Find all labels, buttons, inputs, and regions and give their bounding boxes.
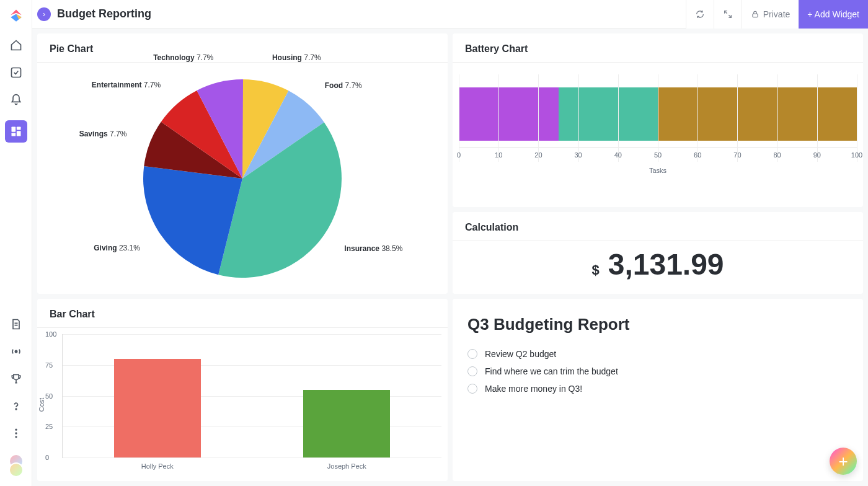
card-title: Battery Chart — [453, 33, 863, 63]
pie-label: Insurance 38.5% — [344, 244, 402, 253]
bar — [303, 390, 390, 457]
svg-point-6 — [16, 409, 17, 410]
bar — [114, 359, 201, 457]
dashboard-grid: Pie Chart Housing 7.7%Food 7.7%Insurance… — [32, 29, 868, 486]
bell-icon[interactable] — [9, 93, 23, 107]
bar-label: Joseph Peck — [327, 462, 366, 470]
battery-axis: 0102030405060708090100 — [459, 147, 857, 162]
pie-chart-card: Pie Chart Housing 7.7%Food 7.7%Insurance… — [37, 33, 448, 294]
calc-number: 3,131.99 — [608, 247, 724, 281]
calculation-card: Calculation $ 3,131.99 — [453, 212, 863, 294]
topbar-actions: Private + Add Widget — [686, 0, 868, 29]
battery-chart-card: Battery Chart 0102030405060708090100Task… — [453, 33, 863, 207]
add-widget-button[interactable]: + Add Widget — [799, 0, 868, 29]
battery-segment — [559, 87, 658, 141]
axis-tick: 100 — [851, 151, 862, 159]
card-title: Calculation — [453, 212, 863, 241]
dashboard-icon[interactable] — [5, 120, 27, 143]
axis-tick: 75 — [45, 361, 53, 369]
axis-tick: 50 — [45, 392, 53, 400]
calc-currency: $ — [591, 262, 599, 278]
axis-tick: 40 — [614, 151, 622, 159]
axis-tick: 80 — [773, 151, 781, 159]
expand-button[interactable] — [714, 0, 742, 29]
doc-icon[interactable] — [9, 317, 23, 331]
page-title: Budget Reporting — [57, 7, 151, 20]
checklist-item: Make more money in Q3! — [467, 380, 848, 397]
broadcast-icon[interactable] — [9, 345, 23, 358]
pie-label: Giving 23.1% — [94, 244, 140, 252]
axis-label: Tasks — [459, 167, 857, 174]
svg-point-5 — [15, 350, 17, 352]
radio-icon[interactable] — [467, 349, 477, 359]
private-label: Private — [763, 9, 790, 19]
home-icon[interactable] — [9, 38, 23, 52]
axis-tick: 50 — [654, 151, 662, 159]
y-axis-label: Cost — [38, 397, 45, 412]
help-icon[interactable] — [9, 399, 23, 413]
pie-label: Housing 7.7% — [272, 53, 321, 62]
checklist-item: Find where we can trim the budget — [467, 363, 848, 380]
battery-segment — [658, 87, 857, 141]
pie-label: Entertainment 7.7% — [92, 81, 161, 89]
card-title: Pie Chart — [37, 33, 448, 63]
axis-tick: 30 — [574, 151, 582, 159]
checklist-text: Find where we can trim the budget — [485, 366, 618, 376]
axis-tick: 70 — [733, 151, 741, 159]
collapse-sidebar-button[interactable]: › — [37, 7, 51, 21]
svg-rect-10 — [753, 14, 758, 17]
radio-icon[interactable] — [467, 384, 477, 394]
pie-label: Savings 7.7% — [79, 130, 127, 138]
trophy-icon[interactable] — [9, 372, 23, 386]
svg-rect-3 — [16, 131, 20, 136]
axis-tick: 0 — [457, 151, 461, 159]
svg-point-7 — [15, 429, 17, 431]
axis-tick: 25 — [45, 423, 53, 430]
axis-tick: 10 — [495, 151, 502, 159]
card-title: Bar Chart — [37, 299, 448, 328]
svg-rect-1 — [11, 127, 16, 132]
axis-tick: 100 — [45, 330, 56, 338]
pie-label: Food 7.7% — [325, 81, 362, 90]
axis-tick: 60 — [694, 151, 701, 159]
fab-add-button[interactable]: + — [830, 448, 857, 475]
q3-report-card: Q3 Budgeting Report Review Q2 budgetFind… — [453, 299, 863, 481]
pie-label: Technology 7.7% — [153, 53, 213, 62]
svg-point-8 — [15, 432, 17, 434]
q3-title: Q3 Budgeting Report — [467, 315, 848, 334]
bar-chart-card: Bar Chart Cost0255075100Holly PeckJoseph… — [37, 299, 448, 481]
radio-icon[interactable] — [467, 366, 477, 376]
svg-rect-4 — [11, 133, 16, 136]
bar-label: Holly Peck — [141, 462, 174, 470]
more-icon[interactable] — [9, 426, 23, 440]
checklist-text: Review Q2 budget — [485, 349, 556, 359]
checkbox-icon[interactable] — [9, 66, 23, 79]
axis-tick: 0 — [45, 454, 49, 461]
refresh-button[interactable] — [686, 0, 714, 29]
private-button[interactable]: Private — [742, 0, 799, 29]
checklist-item: Review Q2 budget — [467, 345, 848, 363]
axis-tick: 90 — [813, 151, 821, 159]
svg-point-9 — [15, 436, 17, 438]
svg-rect-2 — [16, 127, 20, 130]
checklist-text: Make more money in Q3! — [485, 384, 582, 394]
pie-chart — [143, 79, 342, 278]
avatar-group[interactable] — [6, 454, 26, 479]
app-logo-icon[interactable] — [7, 7, 25, 25]
svg-rect-0 — [11, 68, 20, 77]
bar-plot: 0255075100Holly PeckJoseph Peck — [62, 334, 441, 458]
axis-tick: 20 — [534, 151, 542, 159]
topbar: › Budget Reporting Private + Add Widget — [32, 0, 868, 29]
battery-segment — [459, 87, 559, 141]
sidebar — [0, 0, 32, 486]
